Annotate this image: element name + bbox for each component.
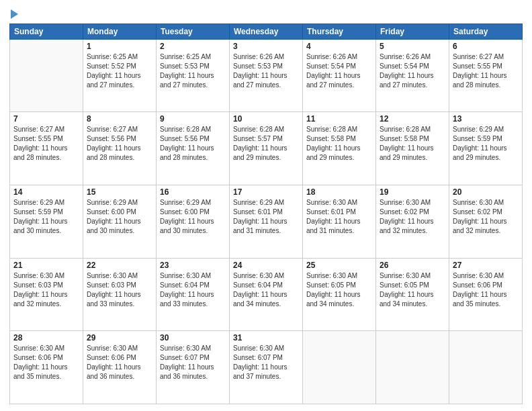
calendar-week-row: 14Sunrise: 6:29 AMSunset: 5:59 PMDayligh… — [10, 185, 523, 259]
calendar-day-header: Tuesday — [157, 24, 230, 39]
calendar-day-cell: 4Sunrise: 6:26 AMSunset: 5:54 PMDaylight… — [303, 39, 376, 112]
calendar-day-cell: 3Sunrise: 6:26 AMSunset: 5:53 PMDaylight… — [230, 39, 303, 112]
day-number: 17 — [233, 187, 299, 197]
calendar-week-row: 28Sunrise: 6:30 AMSunset: 6:06 PMDayligh… — [10, 331, 523, 404]
day-info: Sunrise: 6:28 AMSunset: 5:58 PMDaylight:… — [306, 125, 372, 163]
calendar-day-cell: 29Sunrise: 6:30 AMSunset: 6:06 PMDayligh… — [83, 331, 157, 404]
calendar-day-cell: 23Sunrise: 6:30 AMSunset: 6:04 PMDayligh… — [157, 258, 230, 331]
day-number: 12 — [380, 114, 445, 124]
calendar-day-cell: 19Sunrise: 6:30 AMSunset: 6:02 PMDayligh… — [376, 185, 449, 259]
day-number: 23 — [160, 261, 226, 270]
day-number: 8 — [87, 114, 152, 124]
calendar-day-cell: 6Sunrise: 6:27 AMSunset: 5:55 PMDaylight… — [449, 39, 523, 112]
day-info: Sunrise: 6:30 AMSunset: 6:05 PMDaylight:… — [380, 271, 445, 309]
day-number: 28 — [13, 333, 79, 342]
calendar-day-header: Saturday — [449, 24, 523, 39]
day-info: Sunrise: 6:28 AMSunset: 5:56 PMDaylight:… — [160, 125, 226, 163]
day-number: 13 — [453, 114, 519, 124]
day-number: 1 — [87, 42, 152, 51]
day-info: Sunrise: 6:30 AMSunset: 6:01 PMDaylight:… — [306, 198, 372, 236]
day-number: 27 — [453, 261, 519, 270]
day-number: 20 — [453, 187, 519, 197]
calendar-day-cell: 18Sunrise: 6:30 AMSunset: 6:01 PMDayligh… — [303, 185, 376, 259]
day-number: 21 — [13, 261, 79, 270]
calendar-day-cell: 21Sunrise: 6:30 AMSunset: 6:03 PMDayligh… — [10, 258, 83, 331]
calendar-week-row: 21Sunrise: 6:30 AMSunset: 6:03 PMDayligh… — [10, 258, 523, 331]
day-number: 11 — [306, 114, 372, 124]
calendar-day-cell: 15Sunrise: 6:29 AMSunset: 6:00 PMDayligh… — [83, 185, 157, 259]
calendar-day-cell — [376, 331, 449, 404]
day-info: Sunrise: 6:25 AMSunset: 5:52 PMDaylight:… — [87, 52, 152, 90]
calendar-day-cell: 26Sunrise: 6:30 AMSunset: 6:05 PMDayligh… — [376, 258, 449, 331]
day-number: 24 — [233, 261, 299, 270]
calendar-day-header: Thursday — [303, 24, 376, 39]
day-info: Sunrise: 6:30 AMSunset: 6:07 PMDaylight:… — [233, 344, 299, 381]
day-number: 5 — [380, 42, 445, 51]
day-number: 10 — [233, 114, 299, 124]
calendar-day-cell: 20Sunrise: 6:30 AMSunset: 6:02 PMDayligh… — [449, 185, 523, 259]
calendar-day-cell: 12Sunrise: 6:28 AMSunset: 5:58 PMDayligh… — [376, 112, 449, 185]
calendar-day-header: Wednesday — [230, 24, 303, 39]
day-info: Sunrise: 6:27 AMSunset: 5:55 PMDaylight:… — [13, 125, 79, 163]
page: SundayMondayTuesdayWednesdayThursdayFrid… — [0, 0, 532, 411]
calendar-day-cell: 1Sunrise: 6:25 AMSunset: 5:52 PMDaylight… — [83, 39, 157, 112]
calendar-week-row: 1Sunrise: 6:25 AMSunset: 5:52 PMDaylight… — [10, 39, 523, 112]
day-number: 29 — [87, 333, 152, 342]
day-number: 3 — [233, 42, 299, 51]
day-info: Sunrise: 6:30 AMSunset: 6:02 PMDaylight:… — [380, 198, 445, 236]
day-info: Sunrise: 6:30 AMSunset: 6:07 PMDaylight:… — [160, 344, 226, 381]
calendar-day-cell — [449, 331, 523, 404]
day-number: 14 — [13, 187, 79, 197]
header — [9, 7, 523, 19]
day-info: Sunrise: 6:29 AMSunset: 6:00 PMDaylight:… — [87, 198, 152, 236]
calendar-day-cell: 30Sunrise: 6:30 AMSunset: 6:07 PMDayligh… — [157, 331, 230, 404]
calendar-day-cell: 2Sunrise: 6:25 AMSunset: 5:53 PMDaylight… — [157, 39, 230, 112]
day-info: Sunrise: 6:30 AMSunset: 6:06 PMDaylight:… — [13, 344, 79, 381]
day-info: Sunrise: 6:30 AMSunset: 6:02 PMDaylight:… — [453, 198, 519, 236]
day-info: Sunrise: 6:29 AMSunset: 6:01 PMDaylight:… — [233, 198, 299, 236]
day-info: Sunrise: 6:30 AMSunset: 6:04 PMDaylight:… — [233, 271, 299, 309]
day-number: 6 — [453, 42, 519, 51]
day-number: 31 — [233, 333, 299, 342]
day-info: Sunrise: 6:30 AMSunset: 6:04 PMDaylight:… — [160, 271, 226, 309]
calendar-day-cell: 7Sunrise: 6:27 AMSunset: 5:55 PMDaylight… — [10, 112, 83, 185]
day-info: Sunrise: 6:26 AMSunset: 5:53 PMDaylight:… — [233, 52, 299, 90]
calendar-day-cell: 27Sunrise: 6:30 AMSunset: 6:06 PMDayligh… — [449, 258, 523, 331]
calendar-day-cell: 16Sunrise: 6:29 AMSunset: 6:00 PMDayligh… — [157, 185, 230, 259]
calendar-day-cell: 22Sunrise: 6:30 AMSunset: 6:03 PMDayligh… — [83, 258, 157, 331]
day-info: Sunrise: 6:30 AMSunset: 6:06 PMDaylight:… — [87, 344, 152, 381]
logo-arrow-icon — [11, 9, 18, 19]
calendar-day-cell: 13Sunrise: 6:29 AMSunset: 5:59 PMDayligh… — [449, 112, 523, 185]
calendar-day-header: Monday — [83, 24, 157, 39]
day-number: 4 — [306, 42, 372, 51]
calendar-day-cell: 28Sunrise: 6:30 AMSunset: 6:06 PMDayligh… — [10, 331, 83, 404]
day-info: Sunrise: 6:25 AMSunset: 5:53 PMDaylight:… — [160, 52, 226, 90]
calendar-day-header: Sunday — [10, 24, 83, 39]
calendar-day-cell: 31Sunrise: 6:30 AMSunset: 6:07 PMDayligh… — [230, 331, 303, 404]
day-info: Sunrise: 6:28 AMSunset: 5:57 PMDaylight:… — [233, 125, 299, 163]
day-info: Sunrise: 6:26 AMSunset: 5:54 PMDaylight:… — [380, 52, 445, 90]
calendar-week-row: 7Sunrise: 6:27 AMSunset: 5:55 PMDaylight… — [10, 112, 523, 185]
calendar-day-cell: 11Sunrise: 6:28 AMSunset: 5:58 PMDayligh… — [303, 112, 376, 185]
logo — [9, 7, 63, 19]
day-number: 2 — [160, 42, 226, 51]
calendar-day-cell: 10Sunrise: 6:28 AMSunset: 5:57 PMDayligh… — [230, 112, 303, 185]
calendar-day-cell — [10, 39, 83, 112]
day-number: 22 — [87, 261, 152, 270]
day-info: Sunrise: 6:30 AMSunset: 6:03 PMDaylight:… — [87, 271, 152, 309]
calendar-day-cell: 25Sunrise: 6:30 AMSunset: 6:05 PMDayligh… — [303, 258, 376, 331]
day-info: Sunrise: 6:28 AMSunset: 5:58 PMDaylight:… — [380, 125, 445, 163]
day-number: 7 — [13, 114, 79, 124]
day-number: 26 — [380, 261, 445, 270]
day-info: Sunrise: 6:27 AMSunset: 5:55 PMDaylight:… — [453, 52, 519, 90]
day-info: Sunrise: 6:27 AMSunset: 5:56 PMDaylight:… — [87, 125, 152, 163]
calendar-table: SundayMondayTuesdayWednesdayThursdayFrid… — [9, 24, 523, 404]
day-info: Sunrise: 6:30 AMSunset: 6:05 PMDaylight:… — [306, 271, 372, 309]
calendar-header-row: SundayMondayTuesdayWednesdayThursdayFrid… — [10, 24, 523, 39]
day-number: 16 — [160, 187, 226, 197]
calendar-day-cell: 8Sunrise: 6:27 AMSunset: 5:56 PMDaylight… — [83, 112, 157, 185]
calendar-day-cell: 17Sunrise: 6:29 AMSunset: 6:01 PMDayligh… — [230, 185, 303, 259]
calendar-day-cell: 5Sunrise: 6:26 AMSunset: 5:54 PMDaylight… — [376, 39, 449, 112]
day-info: Sunrise: 6:29 AMSunset: 5:59 PMDaylight:… — [13, 198, 79, 236]
day-number: 25 — [306, 261, 372, 270]
